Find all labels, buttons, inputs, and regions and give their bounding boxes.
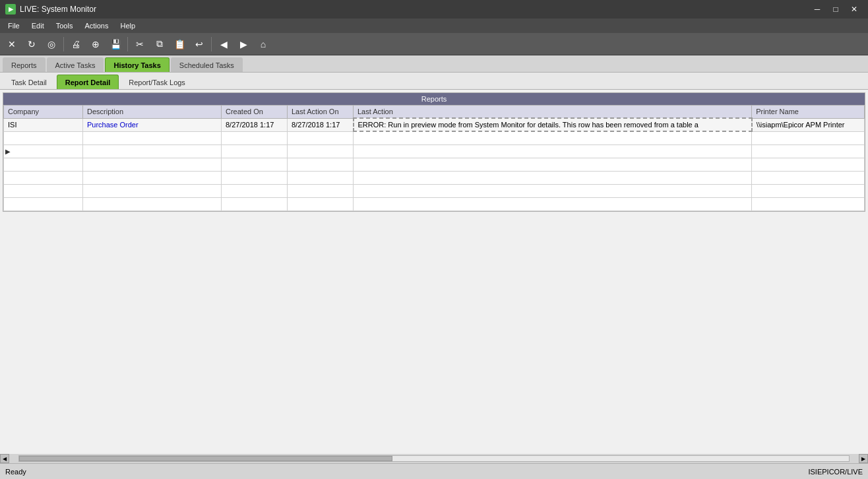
toolbar-home-btn[interactable]: ⌂ (254, 36, 272, 53)
cell-description: Purchase Order (83, 118, 222, 131)
sub-tab-bar: Task Detail Report Detail Report/Task Lo… (0, 73, 868, 90)
toolbar-sep-2 (127, 37, 128, 51)
menu-edit[interactable]: Edit (26, 19, 49, 32)
empty-cell (222, 144, 288, 158)
empty-cell (222, 184, 288, 197)
toolbar-copy-btn[interactable]: ⧉ (150, 36, 169, 53)
toolbar-save-btn[interactable]: 💾 (106, 36, 125, 53)
empty-cell (752, 158, 865, 171)
tab-active-tasks[interactable]: Active Tasks (47, 57, 104, 72)
table-row-empty-4 (4, 171, 865, 184)
empty-cell (354, 184, 752, 197)
maximize-button[interactable]: □ (827, 3, 844, 16)
empty-cell (288, 171, 354, 184)
reports-section: Reports Company Description Created On L… (3, 92, 865, 212)
reports-table: Company Description Created On Last Acti… (3, 105, 865, 211)
horizontal-scrollbar[interactable]: ◀ ▶ (0, 454, 868, 463)
empty-cell (4, 184, 83, 197)
table-header-row: Company Description Created On Last Acti… (4, 106, 865, 119)
empty-cell (354, 197, 752, 210)
table-row-empty-2: ▶ (4, 144, 865, 158)
empty-cell (752, 144, 865, 158)
toolbar-refresh-btn[interactable]: ↻ (22, 36, 41, 53)
window-controls: ─ □ ✕ (809, 3, 863, 16)
toolbar-forward-btn[interactable]: ▶ (234, 36, 253, 53)
toolbar-cancel-btn[interactable]: ✕ (3, 36, 21, 53)
menu-file[interactable]: File (3, 19, 25, 32)
tab-scheduled-tasks[interactable]: Scheduled Tasks (171, 57, 243, 72)
toolbar-back-btn[interactable]: ◀ (214, 36, 233, 53)
table-row-empty-6 (4, 197, 865, 210)
expand-arrow-cell: ▶ (4, 144, 83, 158)
toolbar-add-btn[interactable]: ⊕ (86, 36, 105, 53)
connection-status: ISIEPICOR/LIVE (808, 468, 863, 476)
table-row-empty-3 (4, 158, 865, 171)
empty-cell (752, 171, 865, 184)
app-icon: ▶ (5, 4, 16, 15)
status-bar: Ready ISIEPICOR/LIVE (0, 463, 868, 479)
table-row-empty-1 (4, 131, 865, 144)
col-header-company: Company (4, 106, 83, 119)
col-header-last-action: Last Action (354, 106, 752, 119)
empty-cell (222, 131, 288, 144)
col-header-description: Description (83, 106, 222, 119)
menu-tools[interactable]: Tools (51, 19, 78, 32)
cell-last-action-on: 8/27/2018 1:17 (288, 118, 354, 131)
empty-cell (354, 131, 752, 144)
empty-cell (83, 131, 222, 144)
empty-cell (222, 197, 288, 210)
title-bar-left: ▶ LIVE: System Monitor (5, 4, 96, 15)
empty-cell (288, 197, 354, 210)
empty-cell (354, 158, 752, 171)
menu-help[interactable]: Help (115, 19, 140, 32)
empty-cell (83, 171, 222, 184)
toolbar-sep-1 (63, 37, 64, 51)
empty-cell (222, 158, 288, 171)
scroll-left-arrow[interactable]: ◀ (0, 454, 9, 463)
empty-cell (288, 144, 354, 158)
cell-last-action: ERROR: Run in preview mode from System M… (354, 118, 752, 131)
empty-cell (354, 144, 752, 158)
empty-cell (83, 184, 222, 197)
col-header-last-action-on: Last Action On (288, 106, 354, 119)
toolbar: ✕ ↻ ◎ 🖨 ⊕ 💾 ✂ ⧉ 📋 ↩ ◀ ▶ ⌂ (0, 33, 868, 55)
empty-cell (288, 158, 354, 171)
empty-cell (4, 171, 83, 184)
empty-cell (83, 158, 222, 171)
main-content: Reports Company Description Created On L… (0, 90, 868, 214)
scroll-thumb[interactable] (19, 456, 392, 461)
scroll-track[interactable] (18, 455, 850, 462)
toolbar-paste-btn[interactable]: 📋 (170, 36, 189, 53)
reports-section-header: Reports (3, 93, 865, 105)
empty-cell (354, 171, 752, 184)
minimize-button[interactable]: ─ (809, 3, 826, 16)
toolbar-target-btn[interactable]: ◎ (42, 36, 61, 53)
cell-company: ISI (4, 118, 83, 131)
tab-reports[interactable]: Reports (3, 57, 46, 72)
sub-tab-report-task-logs[interactable]: Report/Task Logs (120, 75, 194, 89)
empty-cell (4, 197, 83, 210)
table-row[interactable]: ISI Purchase Order 8/27/2018 1:17 8/27/2… (4, 118, 865, 131)
main-tab-bar: Reports Active Tasks History Tasks Sched… (0, 55, 868, 73)
empty-cell (288, 131, 354, 144)
app-title: LIVE: System Monitor (20, 5, 96, 14)
scroll-right-arrow[interactable]: ▶ (859, 454, 868, 463)
menu-actions[interactable]: Actions (79, 19, 113, 32)
table-row-empty-5 (4, 184, 865, 197)
tab-history-tasks[interactable]: History Tasks (105, 57, 169, 72)
empty-cell (83, 144, 222, 158)
title-bar: ▶ LIVE: System Monitor ─ □ ✕ (0, 0, 868, 18)
toolbar-print-btn[interactable]: 🖨 (67, 36, 85, 53)
toolbar-sep-3 (211, 37, 212, 51)
expand-arrow-icon: ▶ (5, 148, 11, 155)
toolbar-cut-btn[interactable]: ✂ (131, 36, 149, 53)
close-button[interactable]: ✕ (846, 3, 863, 16)
empty-cell (222, 171, 288, 184)
cell-printer-name: \\isiapm\Epicor APM Printer (752, 118, 865, 131)
menu-bar: File Edit Tools Actions Help (0, 18, 868, 33)
toolbar-undo-btn[interactable]: ↩ (190, 36, 208, 53)
sub-tab-report-detail[interactable]: Report Detail (57, 75, 119, 89)
status-text: Ready (5, 468, 26, 476)
cell-created-on: 8/27/2018 1:17 (222, 118, 288, 131)
sub-tab-task-detail[interactable]: Task Detail (3, 75, 55, 89)
